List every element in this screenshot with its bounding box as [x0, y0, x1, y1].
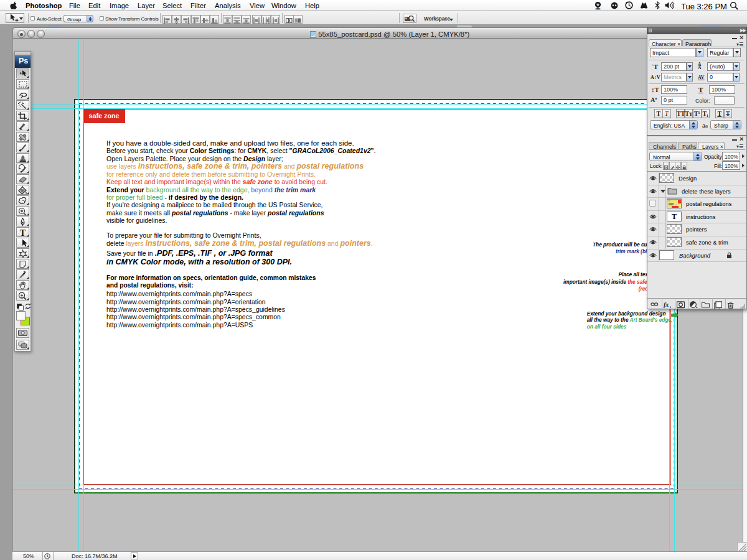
svg-text:T: T: [20, 228, 26, 238]
svg-text:fx: fx: [664, 301, 669, 308]
